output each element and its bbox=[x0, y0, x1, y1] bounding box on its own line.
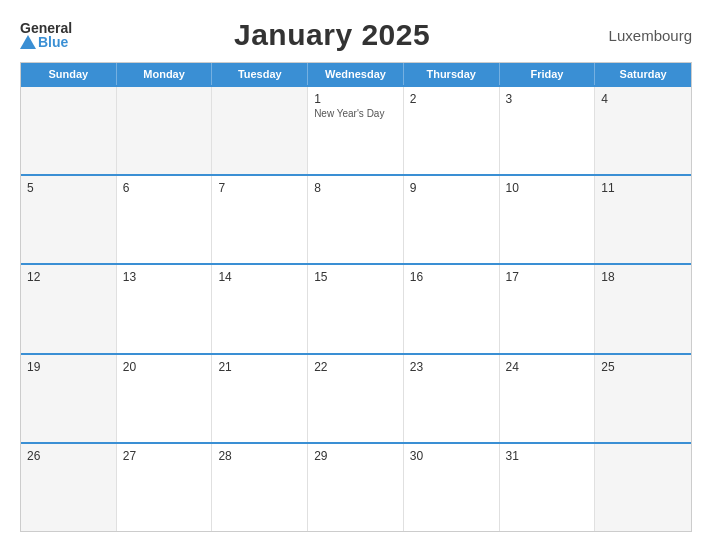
cal-cell: 6 bbox=[117, 176, 213, 263]
cal-cell bbox=[212, 87, 308, 174]
logo-blue-row: Blue bbox=[20, 35, 68, 49]
day-number: 24 bbox=[506, 360, 589, 374]
logo: General Blue bbox=[20, 21, 72, 49]
cal-header-thursday: Thursday bbox=[404, 63, 500, 85]
logo-triangle-icon bbox=[20, 35, 36, 49]
calendar-title: January 2025 bbox=[72, 18, 592, 52]
day-number: 6 bbox=[123, 181, 206, 195]
logo-general-text: General bbox=[20, 21, 72, 35]
cal-cell: 9 bbox=[404, 176, 500, 263]
day-number: 1 bbox=[314, 92, 397, 106]
cal-header-sunday: Sunday bbox=[21, 63, 117, 85]
cal-cell: 10 bbox=[500, 176, 596, 263]
day-number: 2 bbox=[410, 92, 493, 106]
cal-cell bbox=[595, 444, 691, 531]
cal-cell: 4 bbox=[595, 87, 691, 174]
day-number: 22 bbox=[314, 360, 397, 374]
day-number: 3 bbox=[506, 92, 589, 106]
calendar-body: 1New Year's Day2345678910111213141516171… bbox=[21, 85, 691, 531]
cal-cell: 11 bbox=[595, 176, 691, 263]
cal-cell: 15 bbox=[308, 265, 404, 352]
cal-cell bbox=[21, 87, 117, 174]
calendar: SundayMondayTuesdayWednesdayThursdayFrid… bbox=[20, 62, 692, 532]
cal-cell: 12 bbox=[21, 265, 117, 352]
cal-cell: 13 bbox=[117, 265, 213, 352]
day-number: 20 bbox=[123, 360, 206, 374]
cal-week-2: 12131415161718 bbox=[21, 263, 691, 352]
day-number: 18 bbox=[601, 270, 685, 284]
cal-cell: 29 bbox=[308, 444, 404, 531]
day-number: 11 bbox=[601, 181, 685, 195]
cal-cell: 23 bbox=[404, 355, 500, 442]
day-number: 13 bbox=[123, 270, 206, 284]
day-number: 12 bbox=[27, 270, 110, 284]
cal-cell: 18 bbox=[595, 265, 691, 352]
day-number: 8 bbox=[314, 181, 397, 195]
day-number: 28 bbox=[218, 449, 301, 463]
day-number: 5 bbox=[27, 181, 110, 195]
day-number: 27 bbox=[123, 449, 206, 463]
day-number: 26 bbox=[27, 449, 110, 463]
logo-blue-text: Blue bbox=[38, 35, 68, 49]
cal-cell: 24 bbox=[500, 355, 596, 442]
cal-cell: 21 bbox=[212, 355, 308, 442]
cal-cell: 27 bbox=[117, 444, 213, 531]
cal-header-friday: Friday bbox=[500, 63, 596, 85]
cal-cell: 1New Year's Day bbox=[308, 87, 404, 174]
cal-cell: 8 bbox=[308, 176, 404, 263]
cal-cell: 30 bbox=[404, 444, 500, 531]
cal-week-0: 1New Year's Day234 bbox=[21, 85, 691, 174]
header: General Blue January 2025 Luxembourg bbox=[20, 18, 692, 52]
cal-cell: 16 bbox=[404, 265, 500, 352]
day-number: 10 bbox=[506, 181, 589, 195]
day-number: 9 bbox=[410, 181, 493, 195]
cal-cell: 31 bbox=[500, 444, 596, 531]
day-number: 30 bbox=[410, 449, 493, 463]
day-number: 31 bbox=[506, 449, 589, 463]
day-number: 4 bbox=[601, 92, 685, 106]
cal-cell: 17 bbox=[500, 265, 596, 352]
day-number: 7 bbox=[218, 181, 301, 195]
day-number: 19 bbox=[27, 360, 110, 374]
page: General Blue January 2025 Luxembourg Sun… bbox=[0, 0, 712, 550]
cal-header-saturday: Saturday bbox=[595, 63, 691, 85]
country-label: Luxembourg bbox=[592, 27, 692, 44]
day-number: 23 bbox=[410, 360, 493, 374]
day-event: New Year's Day bbox=[314, 108, 397, 119]
cal-cell: 3 bbox=[500, 87, 596, 174]
day-number: 29 bbox=[314, 449, 397, 463]
cal-week-4: 262728293031 bbox=[21, 442, 691, 531]
day-number: 15 bbox=[314, 270, 397, 284]
cal-week-1: 567891011 bbox=[21, 174, 691, 263]
cal-cell: 2 bbox=[404, 87, 500, 174]
cal-cell bbox=[117, 87, 213, 174]
cal-cell: 14 bbox=[212, 265, 308, 352]
day-number: 16 bbox=[410, 270, 493, 284]
cal-week-3: 19202122232425 bbox=[21, 353, 691, 442]
cal-cell: 26 bbox=[21, 444, 117, 531]
cal-header-wednesday: Wednesday bbox=[308, 63, 404, 85]
cal-cell: 22 bbox=[308, 355, 404, 442]
cal-cell: 28 bbox=[212, 444, 308, 531]
day-number: 25 bbox=[601, 360, 685, 374]
cal-cell: 7 bbox=[212, 176, 308, 263]
cal-cell: 5 bbox=[21, 176, 117, 263]
cal-cell: 20 bbox=[117, 355, 213, 442]
cal-header-tuesday: Tuesday bbox=[212, 63, 308, 85]
day-number: 21 bbox=[218, 360, 301, 374]
cal-cell: 25 bbox=[595, 355, 691, 442]
day-number: 17 bbox=[506, 270, 589, 284]
cal-cell: 19 bbox=[21, 355, 117, 442]
cal-header-monday: Monday bbox=[117, 63, 213, 85]
calendar-header-row: SundayMondayTuesdayWednesdayThursdayFrid… bbox=[21, 63, 691, 85]
day-number: 14 bbox=[218, 270, 301, 284]
